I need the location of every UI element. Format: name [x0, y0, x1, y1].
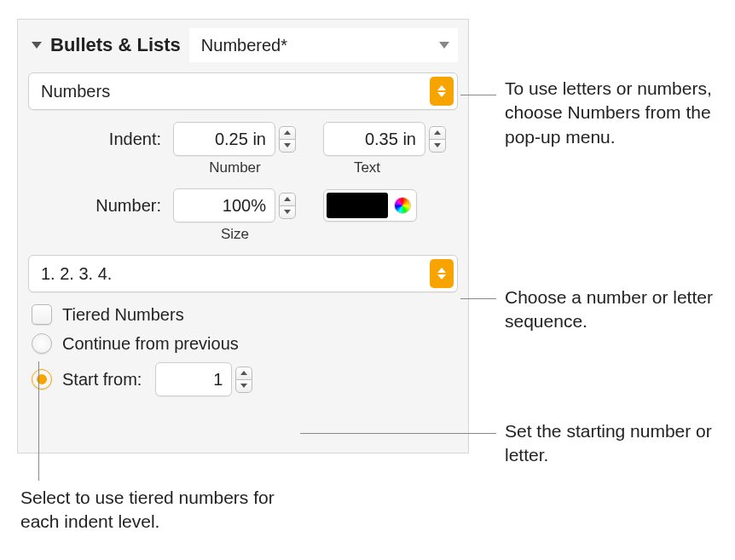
callout-start: Set the starting number or letter. — [505, 419, 735, 468]
color-swatch — [327, 193, 388, 218]
indent-number-stepper[interactable] — [279, 122, 298, 156]
number-sublabels: Size — [28, 226, 458, 243]
section-header: Bullets & Lists Numbered* — [28, 28, 458, 62]
color-wheel-icon — [394, 197, 411, 214]
tiered-numbers-row: Tiered Numbers — [28, 304, 458, 325]
number-size-field[interactable]: 100% — [173, 188, 275, 222]
indent-text-field[interactable]: 0.35 in — [323, 122, 425, 156]
indent-number-field[interactable]: 0.25 in — [173, 122, 275, 156]
number-row: Number: 100% — [28, 188, 458, 222]
continue-label: Continue from previous — [62, 334, 239, 354]
popup-stepper-icon — [430, 259, 454, 288]
start-from-radio[interactable] — [32, 369, 52, 390]
indent-text-stepper[interactable] — [429, 122, 448, 156]
tiered-numbers-label: Tiered Numbers — [62, 305, 184, 325]
callout-lead — [38, 361, 39, 481]
sequence-popup[interactable]: 1. 2. 3. 4. — [28, 255, 458, 292]
callout-lead — [460, 95, 496, 95]
callout-tiered: Select to use tiered numbers for each in… — [20, 486, 293, 534]
number-color-well[interactable] — [323, 189, 417, 222]
number-size-stepper[interactable] — [279, 188, 298, 222]
indent-label: Indent: — [28, 130, 165, 149]
indent-row: Indent: 0.25 in 0.35 in — [28, 122, 458, 156]
popup-stepper-icon — [430, 77, 454, 106]
start-from-row: Start from: 1 — [28, 362, 458, 396]
bullets-lists-panel: Bullets & Lists Numbered* Numbers Indent… — [17, 19, 469, 453]
start-from-label: Start from: — [62, 370, 142, 390]
continue-radio[interactable] — [32, 333, 52, 354]
color-picker-button[interactable] — [391, 193, 414, 218]
start-from-field[interactable]: 1 — [155, 362, 232, 396]
start-from-stepper[interactable] — [235, 362, 254, 396]
chevron-down-icon — [439, 42, 449, 49]
number-label: Number: — [28, 196, 165, 216]
callout-lead — [460, 298, 496, 299]
section-title: Bullets & Lists — [50, 34, 181, 56]
callout-lead — [300, 433, 496, 434]
list-style-select[interactable]: Numbered* — [189, 28, 458, 62]
tiered-numbers-checkbox[interactable] — [32, 304, 52, 325]
list-type-value: Numbers — [41, 82, 110, 101]
disclosure-triangle-icon[interactable] — [32, 42, 42, 49]
continue-row: Continue from previous — [28, 333, 458, 354]
sequence-value: 1. 2. 3. 4. — [41, 264, 112, 284]
indent-sublabels: Number Text — [28, 159, 458, 176]
callout-sequence: Choose a number or letter sequence. — [505, 286, 735, 334]
callout-type-popup: To use letters or numbers, choose Number… — [505, 77, 735, 149]
list-type-popup[interactable]: Numbers — [28, 72, 458, 110]
list-style-value: Numbered* — [201, 36, 287, 55]
